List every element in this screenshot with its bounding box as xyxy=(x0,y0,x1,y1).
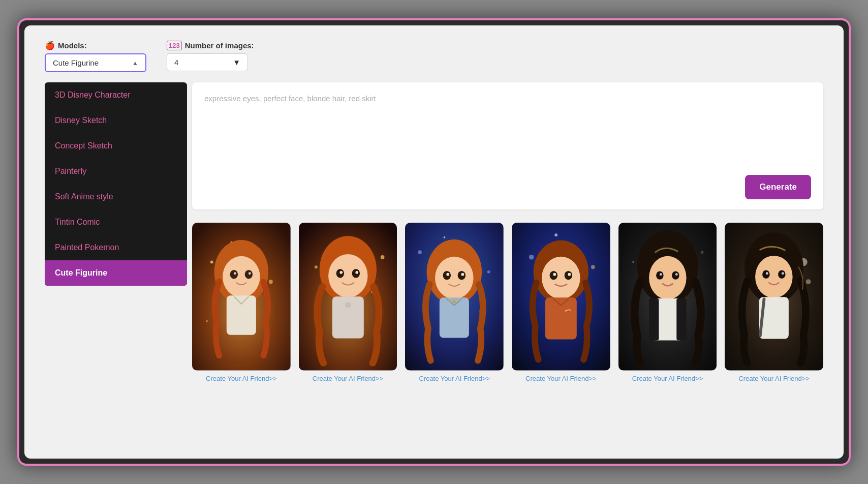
image-card-5: Create Your AI Friend>> xyxy=(618,223,717,382)
svg-point-27 xyxy=(418,250,422,254)
dropdown-item-3d-disney[interactable]: 3D Disney Character xyxy=(45,82,187,108)
svg-rect-37 xyxy=(440,297,469,338)
svg-point-19 xyxy=(328,254,367,297)
number-select[interactable]: 4 ▼ xyxy=(167,53,248,71)
chevron-down-icon: ▼ xyxy=(233,58,240,67)
svg-point-2 xyxy=(269,280,273,284)
image-3 xyxy=(405,223,504,371)
outer-frame: 🍎 Models: Cute Figurine ▲ 123 Number of … xyxy=(17,18,851,466)
create-link-5[interactable]: Create Your AI Friend>> xyxy=(632,375,703,382)
inner-panel: 🍎 Models: Cute Figurine ▲ 123 Number of … xyxy=(24,25,844,459)
svg-point-65 xyxy=(806,279,811,284)
svg-point-55 xyxy=(649,256,687,299)
models-control-group: 🍎 Models: Cute Figurine ▲ xyxy=(45,41,146,72)
prompt-placeholder: expressive eyes, perfect face, blonde ha… xyxy=(204,94,376,103)
image-6 xyxy=(725,223,823,371)
image-card-4: Create Your AI Friend>> xyxy=(512,223,610,382)
svg-point-57 xyxy=(672,271,679,279)
image-card-1: Create Your AI Friend>> xyxy=(192,223,291,382)
svg-point-32 xyxy=(435,257,474,299)
models-icon: 🍎 xyxy=(45,41,55,50)
svg-rect-50 xyxy=(545,297,577,339)
svg-point-49 xyxy=(568,273,571,276)
svg-point-9 xyxy=(245,270,253,279)
image-2 xyxy=(299,223,397,371)
svg-point-7 xyxy=(223,256,260,297)
svg-point-1 xyxy=(210,261,213,264)
dropdown-item-soft-anime[interactable]: Soft Anime style xyxy=(45,184,187,209)
main-layout: 3D Disney Character Disney Sketch Concep… xyxy=(45,82,823,382)
image-card-2: Create Your AI Friend>> xyxy=(299,223,397,382)
svg-point-59 xyxy=(675,273,678,276)
svg-point-22 xyxy=(339,271,343,274)
svg-point-15 xyxy=(380,255,384,259)
svg-point-45 xyxy=(542,257,580,299)
dropdown-item-disney-sketch[interactable]: Disney Sketch xyxy=(45,108,187,133)
svg-point-25 xyxy=(345,302,351,308)
number-icon: 123 xyxy=(167,41,182,50)
create-link-2[interactable]: Create Your AI Friend>> xyxy=(313,375,383,382)
svg-point-14 xyxy=(315,265,318,268)
svg-point-29 xyxy=(444,236,446,238)
dropdown-item-tintin[interactable]: Tintin Comic xyxy=(45,209,187,235)
svg-rect-12 xyxy=(227,295,256,335)
models-label-text: Models: xyxy=(58,41,87,50)
generate-button[interactable]: Generate xyxy=(745,175,811,199)
svg-point-35 xyxy=(447,273,450,276)
number-control-group: 123 Number of images: 4 ▼ xyxy=(167,41,254,71)
image-1 xyxy=(192,223,291,371)
svg-point-41 xyxy=(529,255,534,260)
svg-point-8 xyxy=(230,270,238,279)
create-link-4[interactable]: Create Your AI Friend>> xyxy=(525,375,596,382)
svg-rect-62 xyxy=(676,298,686,340)
models-label: 🍎 Models: xyxy=(45,41,146,50)
svg-point-11 xyxy=(249,272,251,275)
svg-point-71 xyxy=(782,272,784,275)
svg-point-67 xyxy=(755,256,793,298)
svg-point-48 xyxy=(553,273,556,276)
dropdown-item-concept-sketch[interactable]: Concept Sketch xyxy=(45,133,187,159)
number-selected-value: 4 xyxy=(174,58,178,67)
svg-point-53 xyxy=(700,251,703,254)
number-label: 123 Number of images: xyxy=(167,41,254,50)
image-5 xyxy=(618,223,717,371)
svg-point-52 xyxy=(632,261,634,263)
svg-point-70 xyxy=(766,272,768,275)
svg-point-42 xyxy=(591,265,595,269)
image-card-3: Create Your AI Friend>> xyxy=(405,223,504,382)
svg-point-56 xyxy=(656,271,664,279)
create-link-3[interactable]: Create Your AI Friend>> xyxy=(419,375,489,382)
images-row: Create Your AI Friend>> xyxy=(192,223,823,382)
create-link-6[interactable]: Create Your AI Friend>> xyxy=(738,375,809,382)
right-side: expressive eyes, perfect face, blonde ha… xyxy=(192,82,823,382)
svg-point-36 xyxy=(461,273,464,276)
svg-rect-61 xyxy=(649,298,659,340)
dropdown-item-cute-figurine[interactable]: Cute Figurine xyxy=(45,260,187,286)
create-link-1[interactable]: Create Your AI Friend>> xyxy=(206,375,276,382)
models-selected-value: Cute Figurine xyxy=(53,58,99,67)
svg-point-28 xyxy=(487,270,490,274)
svg-point-68 xyxy=(762,270,770,278)
prompt-box: expressive eyes, perfect face, blonde ha… xyxy=(192,82,823,209)
image-card-6: Create Your AI Friend>> xyxy=(725,223,823,382)
top-controls: 🍎 Models: Cute Figurine ▲ 123 Number of … xyxy=(45,41,823,72)
svg-point-69 xyxy=(778,270,786,278)
svg-point-43 xyxy=(554,233,557,236)
dropdown-item-painted-pokemon[interactable]: Painted Pokemon xyxy=(45,235,187,260)
svg-point-58 xyxy=(660,273,662,276)
left-side: 3D Disney Character Disney Sketch Concep… xyxy=(45,82,192,382)
number-label-text: Number of images: xyxy=(185,41,254,50)
chevron-up-icon: ▲ xyxy=(132,59,138,67)
svg-point-10 xyxy=(234,272,236,275)
svg-point-23 xyxy=(355,271,358,274)
dropdown-menu: 3D Disney Character Disney Sketch Concep… xyxy=(45,82,187,286)
models-select[interactable]: Cute Figurine ▲ xyxy=(45,53,146,72)
svg-point-5 xyxy=(206,320,208,322)
image-4 xyxy=(512,223,610,371)
dropdown-item-painterly[interactable]: Painterly xyxy=(45,159,187,184)
svg-point-39 xyxy=(453,300,456,304)
